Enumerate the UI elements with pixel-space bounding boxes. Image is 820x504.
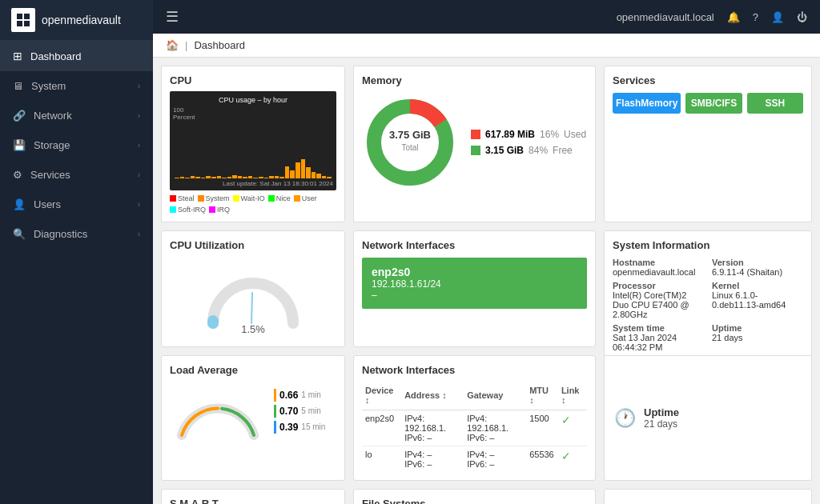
load-1min-label: 1 min — [301, 390, 320, 399]
sidebar-item-dashboard[interactable]: ⊞ Dashboard — [0, 41, 153, 71]
network-interfaces-table-card: Network Interfaces Device ↕ Address ↕ Ga… — [353, 355, 596, 481]
processor-value: Intel(R) Core(TM)2 Duo CPU E7400 @ 2.80G… — [613, 290, 704, 319]
sidebar-item-network[interactable]: 🔗 Network › — [0, 101, 153, 130]
user-icon[interactable]: 👤 — [771, 11, 784, 23]
cpu-legend: Steal System Wait-IO Nice User Soft-IRQ … — [170, 194, 336, 214]
sidebar-item-services[interactable]: ⚙ Services › — [0, 160, 153, 190]
sidebar-item-storage[interactable]: 💾 Storage › — [0, 130, 153, 160]
sidebar-item-users[interactable]: 👤 Users › — [0, 190, 153, 219]
notification-icon[interactable]: 🔔 — [727, 11, 740, 23]
memory-free-label: Free — [553, 145, 573, 156]
cpu-chart-y-label: 100Percent — [173, 106, 333, 121]
util-gauge-svg — [197, 259, 309, 331]
hostname-group: Hostname openmediavault.local — [613, 258, 704, 277]
kernel-label: Kernel — [712, 281, 803, 290]
flashmemory-button[interactable]: FlashMemory — [613, 93, 681, 114]
load-values: 0.66 1 min 0.70 5 min 0.39 15 min — [274, 389, 325, 434]
load-5min-value: 0.70 — [279, 406, 298, 417]
net-iface-ip: 192.168.1.61/24 — [372, 278, 577, 290]
monitor-icon: 🖥 — [13, 80, 23, 92]
uptime-value: 21 days — [712, 333, 803, 342]
row2-gateway: IPv4: –IPv6: – — [464, 446, 526, 473]
version-group: Version 6.9.11-4 (Shaitan) — [712, 258, 803, 277]
legend-nice: Nice — [268, 194, 291, 202]
memory-used-label: Used — [564, 129, 586, 140]
memory-free-bytes: 3.15 GiB — [485, 145, 524, 156]
memory-donut: 3.75 GiB Total — [362, 94, 458, 190]
breadcrumb: 🏠 | Dashboard — [153, 34, 820, 58]
help-icon[interactable]: ? — [753, 11, 758, 23]
services-icon: ⚙ — [13, 169, 22, 181]
net-iface-extra: – — [372, 290, 577, 301]
table-row: lo IPv4: –IPv6: – IPv4: –IPv6: – 65536 ✓ — [362, 446, 587, 473]
sysinfo-grid: Hostname openmediavault.local Version 6.… — [613, 258, 803, 352]
storage-icon: 💾 — [13, 139, 26, 151]
svg-rect-1 — [24, 14, 30, 19]
load-avg-title: Load Average — [170, 364, 336, 376]
systemtime-group: System time Sat 13 Jan 2024 06:44:32 PM — [613, 323, 704, 352]
hostname-label: openmediavault.local — [617, 11, 714, 23]
row2-address: IPv4: –IPv6: – — [401, 446, 464, 473]
kernel-value: Linux 6.1.0-0.deb11.13-amd64 — [712, 290, 803, 310]
services-buttons: FlashMemory SMB/CIFS SSH — [613, 93, 803, 114]
cpu-chart-footer: Last update: Sat Jan 13 18:30:01 2024 — [173, 180, 333, 187]
logo-box — [11, 8, 35, 32]
net-interfaces-table: Device ↕ Address ↕ Gateway MTU ↕ Link ↕ … — [362, 382, 587, 472]
processor-group: Processor Intel(R) Core(TM)2 Duo CPU E74… — [613, 281, 704, 319]
network-interface-top-card: Network Interfaces enp2s0 192.168.1.61/2… — [353, 230, 596, 347]
users-icon: 👤 — [13, 198, 26, 210]
main-area: ☰ openmediavault.local 🔔 ? 👤 ⏻ 🏠 | Dashb… — [153, 0, 820, 504]
net-table-title: Network Interfaces — [362, 364, 587, 376]
memory-used-row: 617.89 MiB 16% Used — [471, 129, 587, 140]
power-icon[interactable]: ⏻ — [797, 11, 807, 23]
uptime-text-group: Uptime 21 days — [644, 406, 679, 430]
row1-device: enp2s0 — [362, 410, 401, 446]
svg-rect-0 — [17, 14, 22, 19]
systemtime-value: Sat 13 Jan 2024 06:44:32 PM — [613, 333, 704, 352]
ssh-button[interactable]: SSH — [747, 93, 803, 114]
smb-button[interactable]: SMB/CIFS — [685, 93, 742, 114]
legend-system: System — [198, 194, 230, 202]
cpu-util-title: CPU Utilization — [170, 239, 336, 251]
hostname-value: openmediavault.local — [613, 267, 704, 277]
sidebar-item-label: Services — [30, 169, 138, 181]
services-card: Services FlashMemory SMB/CIFS SSH — [604, 66, 812, 222]
hamburger-icon[interactable]: ☰ — [166, 9, 179, 25]
topbar: ☰ openmediavault.local 🔔 ? 👤 ⏻ — [153, 0, 820, 34]
uptime-label: Uptime — [712, 323, 803, 333]
svg-text:Total: Total — [401, 143, 418, 152]
cpu-chart-card: CPU CPU usage – by hour 100Percent — [161, 66, 345, 222]
uptime-group: Uptime 21 days — [712, 323, 803, 352]
row1-link: ✓ — [558, 410, 587, 446]
chevron-right-icon: › — [138, 200, 140, 209]
logo-icon — [15, 12, 31, 28]
memory-free-pct: 84% — [529, 145, 548, 156]
updates-card: ⬇ Updates available No — [604, 489, 812, 504]
legend-user: User — [294, 194, 317, 202]
chevron-right-icon: › — [138, 111, 140, 120]
processor-label: Processor — [613, 281, 704, 290]
memory-free-row: 3.15 GiB 84% Free — [471, 145, 587, 156]
svg-rect-2 — [17, 21, 22, 26]
uptime-widget-card: 🕐 Uptime 21 days — [604, 355, 812, 481]
memory-content: 3.75 GiB Total 617.89 MiB 16% Used 3.15 … — [362, 91, 587, 194]
sidebar-item-label: Diagnostics — [34, 228, 138, 240]
version-label: Version — [712, 258, 803, 267]
filesystem-card: File Systems Device ↑ Available ↕ Used ↕… — [353, 489, 596, 504]
sidebar-item-system[interactable]: 🖥 System › — [0, 71, 153, 101]
topbar-right: openmediavault.local 🔔 ? 👤 ⏻ — [617, 11, 807, 23]
systemtime-label: System time — [613, 323, 704, 333]
network-icon: 🔗 — [13, 110, 26, 122]
home-icon[interactable]: 🏠 — [166, 39, 179, 51]
net-iface-green-bar: enp2s0 192.168.1.61/24 – — [362, 258, 587, 309]
chevron-right-icon: › — [138, 141, 140, 150]
version-value: 6.9.11-4 (Shaitan) — [712, 267, 803, 277]
sidebar-item-diagnostics[interactable]: 🔍 Diagnostics › — [0, 219, 153, 249]
sysinfo-title: System Information — [613, 239, 803, 251]
col-link: Link ↕ — [558, 382, 587, 410]
cpu-bars — [173, 122, 333, 178]
services-title: Services — [613, 74, 803, 86]
sidebar-item-label: System — [31, 80, 138, 92]
row1-gateway: IPv4: 192.168.1.IPv6: – — [464, 410, 526, 446]
row1-mtu: 1500 — [526, 410, 558, 446]
